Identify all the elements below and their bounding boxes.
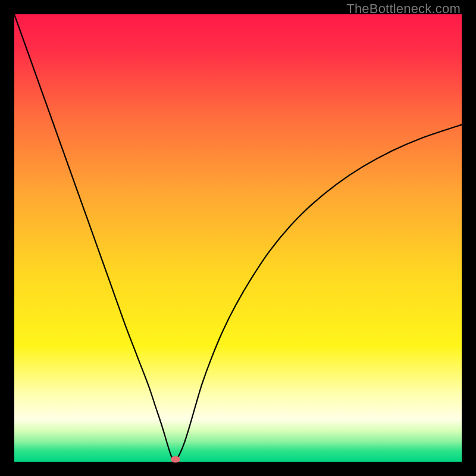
optimum-marker bbox=[171, 456, 180, 463]
chart-frame bbox=[14, 14, 462, 462]
chart-canvas bbox=[14, 14, 462, 462]
gradient-background bbox=[14, 14, 462, 462]
watermark-text: TheBottleneck.com bbox=[346, 1, 461, 17]
